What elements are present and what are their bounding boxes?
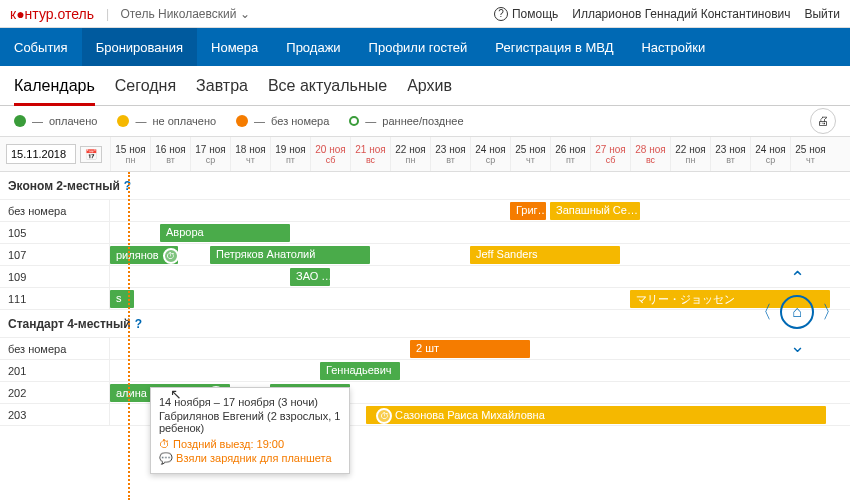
day-header: 21 ноявс bbox=[350, 137, 390, 171]
tooltip-late: ⏱ Поздний выезд: 19:00 bbox=[159, 438, 341, 450]
legend-early: — раннее/позднее bbox=[349, 115, 463, 127]
tooltip-dates: 14 ноября – 17 ноября (3 ночи) bbox=[159, 396, 341, 408]
nav-settings[interactable]: Настройки bbox=[627, 28, 719, 66]
clock-icon: ⏱ bbox=[163, 248, 178, 264]
hotel-selector[interactable]: | Отель Николаевский ⌄ bbox=[106, 7, 250, 21]
help-icon: ? bbox=[494, 7, 508, 21]
day-header: 26 нояпт bbox=[550, 137, 590, 171]
booking-bar[interactable]: ⏱ Сазонова Раиса Михайловна bbox=[366, 406, 826, 424]
nav-rooms[interactable]: Номера bbox=[197, 28, 272, 66]
booking-bar[interactable]: Геннадьевич bbox=[320, 362, 400, 380]
nav-events[interactable]: События bbox=[0, 28, 82, 66]
booking-bar[interactable]: Jeff Sanders bbox=[470, 246, 620, 264]
booking-bar[interactable]: Запашный Се… bbox=[550, 202, 640, 220]
nav-sales[interactable]: Продажи bbox=[272, 28, 354, 66]
day-header: 17 нояср bbox=[190, 137, 230, 171]
tooltip-note: 💬 Взяли зарядник для планшета bbox=[159, 452, 341, 465]
booking-bar[interactable]: s bbox=[110, 290, 134, 308]
day-header: 16 ноявт bbox=[150, 137, 190, 171]
day-header: 20 ноясб bbox=[310, 137, 350, 171]
info-icon[interactable]: ? bbox=[135, 317, 142, 331]
day-header: 22 нояпн bbox=[390, 137, 430, 171]
booking-bar[interactable]: Аврора bbox=[160, 224, 290, 242]
home-button[interactable]: ⌂ bbox=[780, 295, 814, 329]
day-header: 23 ноявт bbox=[710, 137, 750, 171]
chevron-down-icon: ⌄ bbox=[240, 7, 250, 21]
user-name[interactable]: Илларионов Геннадий Константинович bbox=[572, 7, 790, 21]
subnav-tomorrow[interactable]: Завтра bbox=[196, 77, 248, 95]
room-label: 107 bbox=[0, 244, 110, 265]
calendar-icon[interactable]: 📅 bbox=[80, 146, 102, 163]
room-label: 203 bbox=[0, 404, 110, 425]
day-header: 25 ноячт bbox=[790, 137, 830, 171]
main-nav: События Бронирования Номера Продажи Проф… bbox=[0, 28, 850, 66]
legend-noroom: — без номера bbox=[236, 115, 329, 127]
room-label: 105 bbox=[0, 222, 110, 243]
legend-paid: — оплачено bbox=[14, 115, 97, 127]
day-header: 23 ноявт bbox=[430, 137, 470, 171]
print-icon: 🖨 bbox=[817, 114, 829, 128]
day-header: 24 нояср bbox=[750, 137, 790, 171]
current-time-line bbox=[128, 172, 130, 500]
day-header: 27 ноясб bbox=[590, 137, 630, 171]
booking-bar[interactable]: рилянов⏱ bbox=[110, 246, 178, 264]
day-header: 25 ноячт bbox=[510, 137, 550, 171]
chevron-right-icon[interactable]: 〉 bbox=[822, 300, 840, 324]
sub-nav: Календарь Сегодня Завтра Все актуальные … bbox=[0, 66, 850, 106]
day-header: 22 нояпн bbox=[670, 137, 710, 171]
subnav-archive[interactable]: Архив bbox=[407, 77, 452, 95]
nav-mvd[interactable]: Регистрация в МВД bbox=[481, 28, 627, 66]
print-button[interactable]: 🖨 bbox=[810, 108, 836, 134]
subnav-actual[interactable]: Все актуальные bbox=[268, 77, 387, 95]
clock-icon: ⏱ bbox=[376, 408, 392, 424]
date-input[interactable] bbox=[6, 144, 76, 164]
room-label: без номера bbox=[0, 338, 110, 359]
room-label: 202 bbox=[0, 382, 110, 403]
booking-bar[interactable]: Григ… bbox=[510, 202, 546, 220]
day-header: 15 нояпн bbox=[110, 137, 150, 171]
subnav-calendar[interactable]: Календарь bbox=[14, 77, 95, 106]
nav-guests[interactable]: Профили гостей bbox=[355, 28, 482, 66]
chevron-left-icon[interactable]: 〈 bbox=[754, 300, 772, 324]
day-header: 18 ноячт bbox=[230, 137, 270, 171]
logout-link[interactable]: Выйти bbox=[804, 7, 840, 21]
cursor-icon: ↖ bbox=[170, 386, 182, 402]
chevron-down-icon[interactable]: ⌄ bbox=[790, 335, 805, 357]
booking-bar[interactable]: ЗАО … bbox=[290, 268, 330, 286]
booking-bar[interactable]: 2 шт bbox=[410, 340, 530, 358]
nav-bookings[interactable]: Бронирования bbox=[82, 28, 197, 66]
subnav-today[interactable]: Сегодня bbox=[115, 77, 176, 95]
tooltip-guest: Габрилянов Евгений (2 взрослых, 1 ребено… bbox=[159, 410, 341, 434]
room-label: 201 bbox=[0, 360, 110, 381]
chevron-up-icon[interactable]: ⌃ bbox=[790, 267, 805, 289]
logo: к●нтур.отель bbox=[10, 6, 94, 22]
room-label: 111 bbox=[0, 288, 110, 309]
day-header: 24 нояср bbox=[470, 137, 510, 171]
day-header: 19 нояпт bbox=[270, 137, 310, 171]
day-header: 28 ноявс bbox=[630, 137, 670, 171]
booking-bar[interactable]: Петряков Анатолий bbox=[210, 246, 370, 264]
nav-float: ⌃ 〈 ⌂ 〉 ⌄ bbox=[754, 267, 840, 357]
room-label: без номера bbox=[0, 200, 110, 221]
room-label: 109 bbox=[0, 266, 110, 287]
legend-unpaid: — не оплачено bbox=[117, 115, 216, 127]
help-link[interactable]: ?Помощь bbox=[494, 7, 558, 21]
